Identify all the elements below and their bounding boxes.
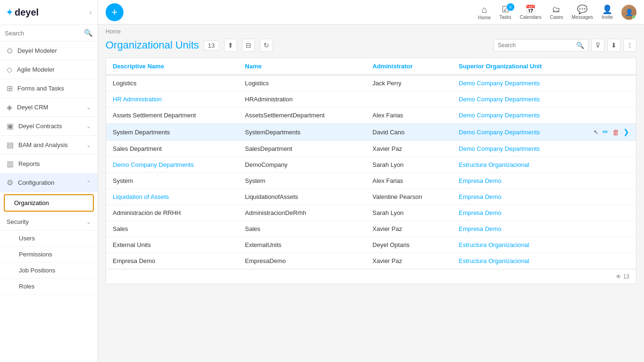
sidebar-item-label: Deyel Modeler	[17, 47, 91, 54]
table-row[interactable]: Demo Company DepartmentsDemoCompanySarah…	[106, 157, 636, 173]
chevron-down-icon: ⌄	[86, 219, 91, 225]
cell-descriptive-name: External Units	[106, 237, 239, 253]
add-button[interactable]: +	[106, 3, 124, 21]
cell-administrator: Sarah Lyon	[366, 157, 452, 173]
table-row[interactable]: SalesSalesXavier PazEmpresa Demo	[106, 221, 636, 237]
filter-button[interactable]: ⊽	[591, 39, 604, 52]
cell-superior-unit[interactable]: Empresa Demo	[452, 221, 636, 237]
chevron-down-icon: ⌄	[86, 142, 91, 148]
table-row[interactable]: Assets Settlement DepartmentAssetsSettle…	[106, 107, 636, 123]
table-row[interactable]: SystemSystemAlex FariasEmpresa Demo	[106, 173, 636, 189]
topnav-left: +	[106, 3, 124, 21]
cell-superior-unit[interactable]: Demo Company Departments	[452, 75, 636, 91]
cell-name: DemoCompany	[239, 157, 366, 173]
cell-administrator: Valentine Pearson	[366, 189, 452, 205]
tasks-nav-item[interactable]: ☑ 0 Tasks	[499, 4, 512, 20]
home-nav-item[interactable]: ⌂ Home	[478, 4, 491, 20]
sidebar-sub-item-job-positions[interactable]: Job Positions	[0, 263, 98, 279]
edit-button[interactable]: ✏	[603, 128, 609, 136]
cell-descriptive-name: Logistics	[106, 75, 239, 91]
user-avatar[interactable]: 👤	[621, 5, 636, 20]
cell-superior-unit[interactable]: Demo Company Departments	[452, 141, 636, 157]
breadcrumb-home[interactable]: Home	[106, 28, 121, 35]
cell-descriptive-name[interactable]: HR Administration	[106, 91, 239, 107]
cell-descriptive-name[interactable]: Liquidation of Assets	[106, 189, 239, 205]
chevron-up-icon: ⌃	[86, 180, 91, 186]
sidebar-item-forms-tasks[interactable]: ⊞ Forms and Tasks	[0, 79, 98, 98]
cell-name: Sales	[239, 221, 366, 237]
sidebar-item-reports[interactable]: ▥ Reports	[0, 155, 98, 173]
upload-button[interactable]: ⬆	[224, 39, 237, 52]
cell-administrator: David Cano	[366, 123, 452, 141]
data-table-container: Descriptive Name Name Administrator Supe…	[106, 58, 636, 284]
sidebar-item-deyel-crm[interactable]: ◈ Deyel CRM ⌄	[0, 98, 98, 117]
sidebar-item-configuration[interactable]: ⚙ Configuration ⌃	[0, 173, 98, 192]
topnav-right: ⌂ Home ☑ 0 Tasks 📅 Calendars 🗂 Cases 💬 M…	[478, 4, 636, 20]
cell-administrator: Jack Perry	[366, 75, 452, 91]
table-row[interactable]: HR AdministrationHRAdministrationDemo Co…	[106, 91, 636, 107]
eye-icon: 👁	[616, 273, 621, 280]
cell-descriptive-name[interactable]: Demo Company Departments	[106, 157, 239, 173]
cell-superior-unit[interactable]: Demo Company Departments	[452, 91, 636, 107]
table-row[interactable]: Liquidation of AssetsLiquidationofAssets…	[106, 189, 636, 205]
sidebar-search-input[interactable]	[5, 30, 84, 37]
cursor-icon: ↖	[594, 129, 599, 136]
cell-superior-unit[interactable]: Estructura Organizacional	[452, 237, 636, 253]
main-content: Home Organizational Units 13 ⬆ ⊟ ↻ 🔍 ⊽ ⬇…	[98, 25, 644, 362]
messages-nav-item[interactable]: 💬 Messages	[572, 4, 594, 20]
page-title: Organizational Units	[106, 39, 199, 51]
cell-name: LiquidationofAssets	[239, 189, 366, 205]
record-count-badge: 13	[204, 41, 219, 50]
sidebar-item-bam-analysis[interactable]: ▤ BAM and Analysis ⌄	[0, 136, 98, 155]
calendars-nav-item[interactable]: 📅 Calendars	[520, 4, 542, 20]
cell-superior-unit[interactable]: Empresa Demo	[452, 189, 636, 205]
breadcrumb[interactable]: Home	[98, 25, 644, 35]
cell-superior-unit[interactable]: Estructura Organizacional	[452, 157, 636, 173]
cell-administrator: Xavier Paz	[366, 253, 452, 269]
table-row[interactable]: Sales DepartmentSalesDepartmentXavier Pa…	[106, 141, 636, 157]
cell-descriptive-name: Administración de RRHH	[106, 205, 239, 221]
cell-administrator: Xavier Paz	[366, 141, 452, 157]
cell-superior-unit[interactable]: Empresa Demo	[452, 205, 636, 221]
cell-administrator	[366, 91, 452, 107]
table-header-row: Descriptive Name Name Administrator Supe…	[106, 58, 636, 75]
cell-superior-unit[interactable]: Empresa Demo	[452, 173, 636, 189]
delete-button[interactable]: 🗑	[612, 128, 619, 136]
sidebar-item-deyel-modeler[interactable]: ⊙ Deyel Modeler	[0, 41, 98, 60]
invite-nav-item[interactable]: 👤 Invite	[602, 4, 613, 20]
table-row[interactable]: System DepartmentsSystemDepartmentsDavid…	[106, 123, 636, 141]
table-row[interactable]: External UnitsExternalUnitsDeyel Optaris…	[106, 237, 636, 253]
table-search-input[interactable]	[498, 42, 573, 49]
table-row[interactable]: LogisticsLogisticsJack PerryDemo Company…	[106, 75, 636, 91]
sidebar-sub-item-roles[interactable]: Roles	[0, 279, 98, 295]
sidebar-item-agile-modeler[interactable]: ◇ Agile Modeler	[0, 60, 98, 79]
organizational-units-table: Descriptive Name Name Administrator Supe…	[106, 58, 636, 269]
avatar-initial: 👤	[625, 8, 633, 16]
download-button[interactable]: ⬇	[607, 39, 620, 52]
cell-superior-unit[interactable]: Estructura Organizacional	[452, 253, 636, 269]
navigate-button[interactable]: ❯	[623, 128, 629, 136]
col-administrator: Administrator	[366, 58, 452, 75]
cell-name: AdministracionDeRrhh	[239, 205, 366, 221]
forms-tasks-icon: ⊞	[7, 84, 13, 93]
sidebar-collapse-icon[interactable]: ‹	[90, 8, 92, 16]
logo-text: deyel	[15, 7, 39, 18]
more-options-button[interactable]: ⋮	[623, 39, 636, 52]
footer-count: 13	[623, 273, 629, 280]
hierarchy-button[interactable]: ⊟	[242, 39, 255, 52]
refresh-button[interactable]: ↻	[260, 39, 273, 52]
invite-label: Invite	[602, 15, 613, 20]
cases-nav-item[interactable]: 🗂 Cases	[550, 5, 563, 20]
table-row[interactable]: Empresa DemoEmpresaDemoXavier PazEstruct…	[106, 253, 636, 269]
sidebar-sub-item-organization[interactable]: Organization	[4, 194, 94, 212]
cell-superior-unit[interactable]: Demo Company Departments	[452, 107, 636, 123]
table-row[interactable]: Administración de RRHHAdministracionDeRr…	[106, 205, 636, 221]
agile-modeler-icon: ◇	[7, 65, 12, 74]
sidebar-sub-item-users[interactable]: Users	[0, 230, 98, 247]
sidebar-sub-item-permissions[interactable]: Permissions	[0, 247, 98, 263]
tasks-label: Tasks	[499, 15, 512, 20]
sidebar-item-security[interactable]: Configuration Security ⌄	[0, 214, 98, 230]
table-search-box: 🔍	[494, 39, 588, 51]
cell-name: System	[239, 173, 366, 189]
sidebar-item-deyel-contracts[interactable]: ▣ Deyel Contracts ⌄	[0, 117, 98, 136]
